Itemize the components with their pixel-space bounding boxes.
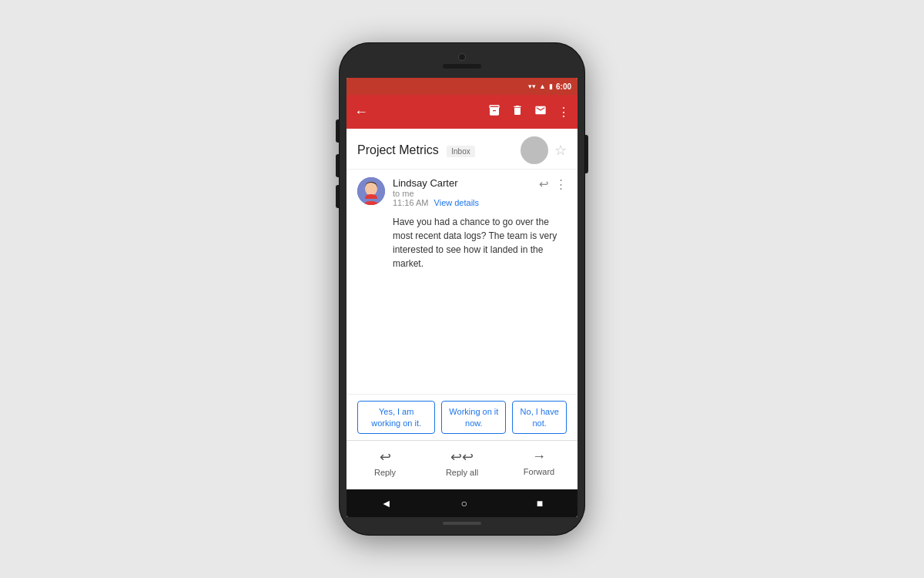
reply-label: Reply: [374, 468, 396, 477]
home-indicator: [443, 522, 481, 525]
email-subject: Project Metrics Inbox: [357, 143, 514, 157]
home-nav-button[interactable]: ○: [460, 497, 467, 509]
smart-reply-1[interactable]: Yes, I am working on it.: [357, 401, 435, 434]
reply-all-action-icon: ↩↩: [450, 449, 474, 465]
forward-label: Forward: [524, 467, 554, 476]
forward-action-icon: →: [532, 449, 546, 465]
back-nav-button[interactable]: ◄: [381, 497, 392, 509]
smart-reply-3[interactable]: No, I have not.: [512, 401, 567, 434]
reply-icon[interactable]: ↩: [539, 177, 549, 191]
sender-name: Lindsay Carter: [393, 177, 531, 189]
sender-avatar: [357, 177, 385, 205]
email-button[interactable]: [534, 104, 547, 119]
android-nav-bar: ◄ ○ ■: [346, 489, 578, 517]
email-subject-row: Project Metrics Inbox ☆: [346, 129, 578, 170]
subject-title-text: Project Metrics: [357, 143, 439, 156]
forward-button[interactable]: → Forward: [500, 445, 578, 480]
status-time: 6:00: [556, 82, 571, 91]
battery-icon: ▮: [549, 82, 553, 90]
view-details-link[interactable]: View details: [434, 198, 480, 207]
bottom-action-bar: ↩ Reply ↩↩ Reply all → Forward: [346, 440, 578, 485]
reply-all-label: Reply all: [446, 468, 478, 477]
message-header-actions: ↩ ⋮: [539, 177, 567, 191]
phone-screen: ▾▾ ▲ ▮ 6:00 ← ⋮: [346, 78, 578, 517]
toolbar-actions: ⋮: [488, 104, 570, 119]
reply-all-button[interactable]: ↩↩ Reply all: [424, 445, 500, 480]
phone-bottom: [443, 522, 481, 525]
email-time: 11:16 AM: [393, 198, 428, 207]
email-message: Lindsay Carter to me 11:16 AM View detai…: [346, 170, 578, 394]
signal-icon: ▲: [539, 82, 546, 90]
star-button[interactable]: ☆: [554, 142, 567, 159]
status-bar: ▾▾ ▲ ▮ 6:00: [346, 78, 578, 95]
recipient-avatar: [521, 136, 548, 164]
message-meta: Lindsay Carter to me 11:16 AM View detai…: [393, 177, 531, 207]
message-header: Lindsay Carter to me 11:16 AM View detai…: [346, 170, 578, 212]
more-button[interactable]: ⋮: [557, 105, 570, 119]
smart-reply-2[interactable]: Working on it now.: [441, 401, 506, 434]
delete-button[interactable]: [511, 104, 524, 119]
phone-device: ▾▾ ▲ ▮ 6:00 ← ⋮: [339, 42, 585, 536]
message-more-button[interactable]: ⋮: [555, 177, 567, 191]
back-button[interactable]: ←: [354, 104, 480, 120]
front-camera: [458, 53, 466, 61]
inbox-badge: Inbox: [447, 146, 474, 157]
reply-button[interactable]: ↩ Reply: [346, 445, 424, 480]
recent-nav-button[interactable]: ■: [537, 497, 543, 509]
sender-time: 11:16 AM View details: [393, 198, 531, 207]
status-icons: ▾▾ ▲ ▮ 6:00: [528, 82, 571, 91]
smart-replies: Yes, I am working on it. Working on it n…: [346, 394, 578, 440]
sender-to: to me: [393, 189, 531, 198]
phone-speaker: [443, 64, 481, 69]
phone-top: [346, 53, 578, 73]
message-body: Have you had a chance to go over the mos…: [346, 212, 578, 281]
email-toolbar: ← ⋮: [346, 95, 578, 129]
reply-action-icon: ↩: [380, 449, 391, 465]
archive-button[interactable]: [488, 104, 500, 119]
wifi-icon: ▾▾: [528, 82, 536, 90]
